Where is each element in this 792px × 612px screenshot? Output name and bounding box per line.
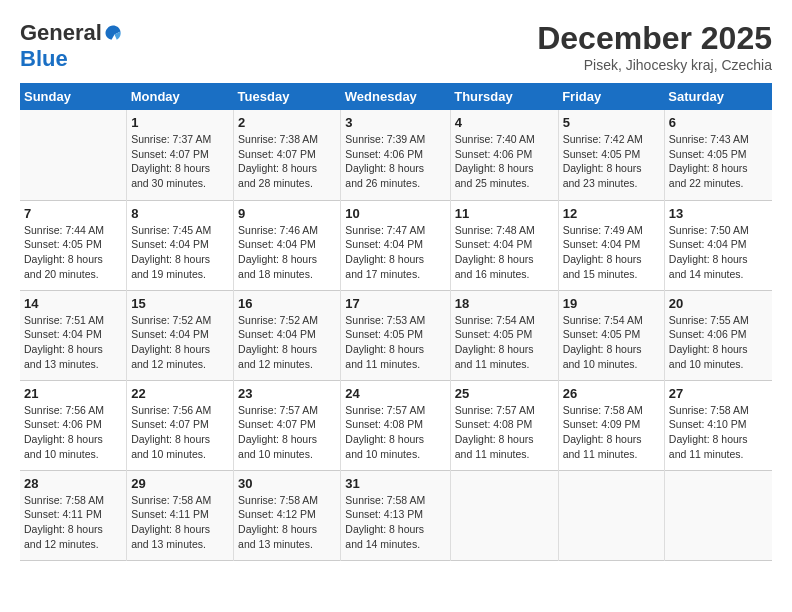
day-info: Sunrise: 7:43 AM Sunset: 4:05 PM Dayligh… [669, 132, 768, 191]
day-number: 27 [669, 386, 768, 401]
day-info: Sunrise: 7:47 AM Sunset: 4:04 PM Dayligh… [345, 223, 445, 282]
day-number: 7 [24, 206, 122, 221]
day-number: 29 [131, 476, 229, 491]
day-number: 31 [345, 476, 445, 491]
logo-blue-text: Blue [20, 46, 68, 72]
day-number: 1 [131, 115, 229, 130]
day-info: Sunrise: 7:54 AM Sunset: 4:05 PM Dayligh… [455, 313, 554, 372]
calendar-subtitle: Pisek, Jihocesky kraj, Czechia [537, 57, 772, 73]
day-number: 6 [669, 115, 768, 130]
day-number: 5 [563, 115, 660, 130]
day-cell: 22Sunrise: 7:56 AM Sunset: 4:07 PM Dayli… [127, 380, 234, 470]
day-info: Sunrise: 7:40 AM Sunset: 4:06 PM Dayligh… [455, 132, 554, 191]
day-number: 28 [24, 476, 122, 491]
day-info: Sunrise: 7:38 AM Sunset: 4:07 PM Dayligh… [238, 132, 336, 191]
day-number: 20 [669, 296, 768, 311]
calendar-table: SundayMondayTuesdayWednesdayThursdayFrid… [20, 83, 772, 561]
day-info: Sunrise: 7:57 AM Sunset: 4:08 PM Dayligh… [345, 403, 445, 462]
day-cell: 19Sunrise: 7:54 AM Sunset: 4:05 PM Dayli… [558, 290, 664, 380]
day-cell: 20Sunrise: 7:55 AM Sunset: 4:06 PM Dayli… [664, 290, 772, 380]
day-cell [558, 470, 664, 560]
header-day-monday: Monday [127, 83, 234, 110]
day-info: Sunrise: 7:58 AM Sunset: 4:13 PM Dayligh… [345, 493, 445, 552]
day-info: Sunrise: 7:45 AM Sunset: 4:04 PM Dayligh… [131, 223, 229, 282]
title-area: December 2025 Pisek, Jihocesky kraj, Cze… [537, 20, 772, 73]
day-info: Sunrise: 7:55 AM Sunset: 4:06 PM Dayligh… [669, 313, 768, 372]
day-cell: 29Sunrise: 7:58 AM Sunset: 4:11 PM Dayli… [127, 470, 234, 560]
day-number: 9 [238, 206, 336, 221]
day-cell: 24Sunrise: 7:57 AM Sunset: 4:08 PM Dayli… [341, 380, 450, 470]
day-number: 13 [669, 206, 768, 221]
day-cell: 14Sunrise: 7:51 AM Sunset: 4:04 PM Dayli… [20, 290, 127, 380]
day-cell: 5Sunrise: 7:42 AM Sunset: 4:05 PM Daylig… [558, 110, 664, 200]
day-number: 18 [455, 296, 554, 311]
day-cell: 11Sunrise: 7:48 AM Sunset: 4:04 PM Dayli… [450, 200, 558, 290]
day-number: 17 [345, 296, 445, 311]
header-day-thursday: Thursday [450, 83, 558, 110]
day-cell: 13Sunrise: 7:50 AM Sunset: 4:04 PM Dayli… [664, 200, 772, 290]
day-cell: 21Sunrise: 7:56 AM Sunset: 4:06 PM Dayli… [20, 380, 127, 470]
day-info: Sunrise: 7:48 AM Sunset: 4:04 PM Dayligh… [455, 223, 554, 282]
day-cell: 27Sunrise: 7:58 AM Sunset: 4:10 PM Dayli… [664, 380, 772, 470]
day-info: Sunrise: 7:58 AM Sunset: 4:10 PM Dayligh… [669, 403, 768, 462]
day-number: 25 [455, 386, 554, 401]
week-row-2: 7Sunrise: 7:44 AM Sunset: 4:05 PM Daylig… [20, 200, 772, 290]
day-info: Sunrise: 7:58 AM Sunset: 4:11 PM Dayligh… [24, 493, 122, 552]
day-info: Sunrise: 7:52 AM Sunset: 4:04 PM Dayligh… [131, 313, 229, 372]
day-number: 22 [131, 386, 229, 401]
header: General Blue December 2025 Pisek, Jihoce… [20, 20, 772, 73]
day-info: Sunrise: 7:50 AM Sunset: 4:04 PM Dayligh… [669, 223, 768, 282]
header-day-wednesday: Wednesday [341, 83, 450, 110]
day-cell: 9Sunrise: 7:46 AM Sunset: 4:04 PM Daylig… [234, 200, 341, 290]
day-number: 23 [238, 386, 336, 401]
day-info: Sunrise: 7:46 AM Sunset: 4:04 PM Dayligh… [238, 223, 336, 282]
day-number: 11 [455, 206, 554, 221]
day-number: 21 [24, 386, 122, 401]
day-number: 16 [238, 296, 336, 311]
day-cell [20, 110, 127, 200]
logo: General Blue [20, 20, 122, 72]
day-info: Sunrise: 7:39 AM Sunset: 4:06 PM Dayligh… [345, 132, 445, 191]
day-info: Sunrise: 7:44 AM Sunset: 4:05 PM Dayligh… [24, 223, 122, 282]
day-info: Sunrise: 7:57 AM Sunset: 4:08 PM Dayligh… [455, 403, 554, 462]
day-info: Sunrise: 7:49 AM Sunset: 4:04 PM Dayligh… [563, 223, 660, 282]
day-cell [664, 470, 772, 560]
day-info: Sunrise: 7:58 AM Sunset: 4:11 PM Dayligh… [131, 493, 229, 552]
day-number: 2 [238, 115, 336, 130]
day-cell: 25Sunrise: 7:57 AM Sunset: 4:08 PM Dayli… [450, 380, 558, 470]
day-info: Sunrise: 7:51 AM Sunset: 4:04 PM Dayligh… [24, 313, 122, 372]
day-cell: 8Sunrise: 7:45 AM Sunset: 4:04 PM Daylig… [127, 200, 234, 290]
day-info: Sunrise: 7:54 AM Sunset: 4:05 PM Dayligh… [563, 313, 660, 372]
day-info: Sunrise: 7:37 AM Sunset: 4:07 PM Dayligh… [131, 132, 229, 191]
header-row: SundayMondayTuesdayWednesdayThursdayFrid… [20, 83, 772, 110]
day-number: 10 [345, 206, 445, 221]
day-cell: 3Sunrise: 7:39 AM Sunset: 4:06 PM Daylig… [341, 110, 450, 200]
day-cell: 17Sunrise: 7:53 AM Sunset: 4:05 PM Dayli… [341, 290, 450, 380]
day-cell: 18Sunrise: 7:54 AM Sunset: 4:05 PM Dayli… [450, 290, 558, 380]
day-number: 4 [455, 115, 554, 130]
day-number: 26 [563, 386, 660, 401]
day-cell: 31Sunrise: 7:58 AM Sunset: 4:13 PM Dayli… [341, 470, 450, 560]
day-cell: 30Sunrise: 7:58 AM Sunset: 4:12 PM Dayli… [234, 470, 341, 560]
day-cell: 1Sunrise: 7:37 AM Sunset: 4:07 PM Daylig… [127, 110, 234, 200]
day-number: 30 [238, 476, 336, 491]
day-number: 8 [131, 206, 229, 221]
day-info: Sunrise: 7:52 AM Sunset: 4:04 PM Dayligh… [238, 313, 336, 372]
day-cell: 28Sunrise: 7:58 AM Sunset: 4:11 PM Dayli… [20, 470, 127, 560]
day-info: Sunrise: 7:58 AM Sunset: 4:09 PM Dayligh… [563, 403, 660, 462]
week-row-4: 21Sunrise: 7:56 AM Sunset: 4:06 PM Dayli… [20, 380, 772, 470]
day-cell: 6Sunrise: 7:43 AM Sunset: 4:05 PM Daylig… [664, 110, 772, 200]
day-cell: 2Sunrise: 7:38 AM Sunset: 4:07 PM Daylig… [234, 110, 341, 200]
logo-icon [104, 24, 122, 42]
week-row-3: 14Sunrise: 7:51 AM Sunset: 4:04 PM Dayli… [20, 290, 772, 380]
calendar-title: December 2025 [537, 20, 772, 57]
day-number: 14 [24, 296, 122, 311]
day-cell: 10Sunrise: 7:47 AM Sunset: 4:04 PM Dayli… [341, 200, 450, 290]
week-row-1: 1Sunrise: 7:37 AM Sunset: 4:07 PM Daylig… [20, 110, 772, 200]
day-info: Sunrise: 7:58 AM Sunset: 4:12 PM Dayligh… [238, 493, 336, 552]
day-cell: 23Sunrise: 7:57 AM Sunset: 4:07 PM Dayli… [234, 380, 341, 470]
day-info: Sunrise: 7:56 AM Sunset: 4:07 PM Dayligh… [131, 403, 229, 462]
header-day-saturday: Saturday [664, 83, 772, 110]
day-cell: 16Sunrise: 7:52 AM Sunset: 4:04 PM Dayli… [234, 290, 341, 380]
day-number: 24 [345, 386, 445, 401]
